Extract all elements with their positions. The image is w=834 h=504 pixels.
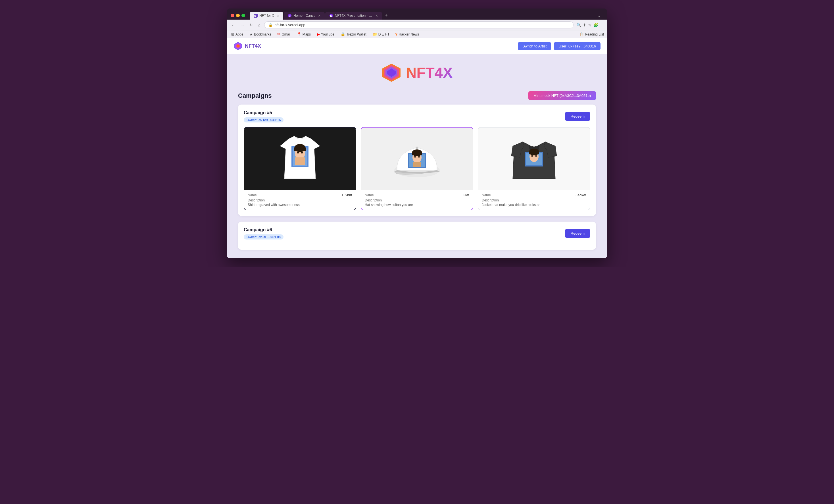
campaign-6-header: Campaign #6 Owner: 0xe2fE...872E08 Redee…	[244, 227, 590, 240]
jacket-type: Jacket	[575, 193, 586, 197]
mint-nft-button[interactable]: Mint mock NFT (0xA3C2...3A051b)	[528, 91, 596, 100]
tab-close-3[interactable]: ×	[375, 13, 378, 18]
hat-image	[389, 130, 445, 187]
hat-type-row: Name Hat	[365, 193, 469, 197]
reading-list-button[interactable]: 📋 Reading List	[579, 32, 604, 36]
bookmark-defi-label: D E F I	[378, 32, 389, 36]
bookmarks-bar: ⊞ Apps ★ Bookmarks ✉ Gmail 📍 Maps ▶ YouT…	[227, 30, 607, 38]
logo-icon	[234, 42, 243, 50]
reload-button[interactable]: ↻	[248, 22, 254, 28]
jacket-info: Name Jacket Description Jacket that make…	[478, 190, 590, 210]
campaigns-title: Campaigns	[238, 92, 272, 100]
maps-icon: 📍	[297, 32, 301, 36]
tab-nft4x-presentation[interactable]: N NFT4X Presentation - Present... ×	[325, 12, 382, 20]
extensions-button[interactable]: 🧩	[593, 23, 598, 27]
bookmark-maps-label: Maps	[303, 32, 311, 36]
share-button[interactable]: ⬆	[583, 23, 586, 27]
header-actions: Switch to Artist User: 0x71e9...640316	[518, 42, 600, 50]
tab-favicon-2: C	[288, 14, 292, 18]
maximize-button[interactable]	[241, 14, 245, 17]
hat-type: Hat	[464, 193, 469, 197]
campaign-5-header: Campaign #5 Owner: 0x71e9...640316 Redee…	[244, 110, 590, 123]
tshirt-info: Name T Shirt Description Shirt engraved …	[244, 190, 356, 210]
svg-text:C: C	[289, 15, 291, 17]
hero-logo-icon	[381, 63, 401, 83]
bookmark-trezor-label: Trezor Wallet	[346, 32, 366, 36]
app-logo[interactable]: NFT4X	[234, 42, 261, 50]
apps-icon: ⊞	[231, 32, 234, 36]
tab-favicon-1: N	[254, 14, 258, 18]
hat-desc-label: Description	[365, 198, 469, 202]
tab-canva[interactable]: C Home - Canva ×	[284, 12, 325, 20]
svg-point-38	[531, 155, 533, 157]
tab-label-1: NFT for X	[259, 14, 274, 18]
forward-button[interactable]: →	[239, 22, 245, 28]
campaign-6-card: Campaign #6 Owner: 0xe2fE...872E08 Redee…	[238, 222, 596, 250]
tshirt-type-row: Name T Shirt	[248, 193, 352, 197]
tab-nft-for-x[interactable]: N NFT for X ×	[250, 12, 283, 20]
tab-favicon-3: N	[329, 14, 333, 18]
campaign-6-info: Campaign #6 Owner: 0xe2fE...872E08	[244, 227, 284, 240]
bookmark-button[interactable]: ☆	[588, 23, 592, 27]
product-jacket: Name Jacket Description Jacket that make…	[478, 127, 590, 210]
campaign-6-owner: Owner: 0xe2fE...872E08	[244, 234, 284, 240]
tab-close-2[interactable]: ×	[318, 13, 321, 18]
back-button[interactable]: ←	[230, 22, 236, 28]
reading-list-icon: 📋	[579, 32, 584, 36]
user-button[interactable]: User: 0x71e9...640316	[554, 42, 600, 50]
hat-image-area	[361, 128, 473, 190]
campaign-6-name: Campaign #6	[244, 227, 284, 233]
bookmark-bookmarks[interactable]: ★ Bookmarks	[248, 31, 272, 37]
switch-to-artist-button[interactable]: Switch to Artist	[518, 42, 551, 50]
bookmark-trezor[interactable]: 🔒 Trezor Wallet	[339, 31, 367, 37]
gmail-icon: ✉	[277, 32, 280, 36]
minimize-button[interactable]	[236, 14, 240, 17]
tshirt-image-area	[244, 128, 356, 190]
svg-point-21	[301, 152, 303, 154]
jacket-type-row: Name Jacket	[482, 193, 586, 197]
home-button[interactable]: ⌂	[257, 22, 261, 28]
youtube-icon: ▶	[317, 32, 320, 36]
svg-rect-37	[529, 152, 539, 154]
hat-name-label: Name	[365, 193, 374, 197]
svg-rect-19	[294, 148, 306, 151]
bookmark-defi[interactable]: 📁 D E F I	[372, 31, 390, 37]
campaign-6-redeem-button[interactable]: Redeem	[565, 229, 590, 238]
bookmark-gmail[interactable]: ✉ Gmail	[276, 31, 291, 37]
svg-rect-28	[412, 153, 422, 155]
bookmark-maps[interactable]: 📍 Maps	[296, 31, 312, 37]
address-field[interactable]: 🔒 nft-for-x.vercel.app	[264, 21, 573, 28]
search-button[interactable]: 🔍	[576, 23, 581, 27]
hn-icon: Y	[395, 32, 398, 36]
jacket-desc: Jacket that make you drip like rockstar	[482, 203, 586, 207]
more-button[interactable]: ⋮	[600, 23, 604, 27]
trezor-icon: 🔒	[341, 32, 345, 36]
bookmark-youtube[interactable]: ▶ YouTube	[316, 31, 335, 37]
svg-text:N: N	[254, 15, 256, 17]
campaign-5-redeem-button[interactable]: Redeem	[565, 112, 590, 121]
tshirt-type: T Shirt	[342, 193, 352, 197]
bookmark-hackernews[interactable]: Y Hacker News	[394, 31, 420, 37]
svg-point-23	[416, 147, 418, 149]
tab-label-2: Home - Canva	[293, 14, 315, 18]
browser-window: N NFT for X × C Home - Canva × N	[227, 8, 607, 258]
svg-rect-17	[295, 157, 305, 165]
logo-text: NFT4X	[245, 43, 261, 49]
page-content: NFT4X Switch to Artist User: 0x71e9...64…	[227, 38, 607, 258]
lock-icon: 🔒	[268, 23, 273, 27]
tabs-menu-button[interactable]: ⌄	[595, 12, 603, 19]
close-button[interactable]	[231, 14, 234, 17]
bookmark-gmail-label: Gmail	[282, 32, 290, 36]
campaign-5-name: Campaign #5	[244, 110, 284, 115]
svg-text:N: N	[330, 15, 332, 17]
bookmark-youtube-label: YouTube	[321, 32, 334, 36]
new-tab-button[interactable]: +	[382, 12, 390, 20]
bookmark-apps-label: Apps	[236, 32, 243, 36]
bookmark-apps[interactable]: ⊞ Apps	[230, 31, 244, 37]
bookmark-hn-label: Hacker News	[399, 32, 419, 36]
tshirt-name-label: Name	[248, 193, 257, 197]
tshirt-image	[275, 130, 326, 187]
address-text: nft-for-x.vercel.app	[275, 23, 569, 27]
bookmark-bookmarks-label: Bookmarks	[254, 32, 271, 36]
tab-close-1[interactable]: ×	[277, 13, 279, 18]
